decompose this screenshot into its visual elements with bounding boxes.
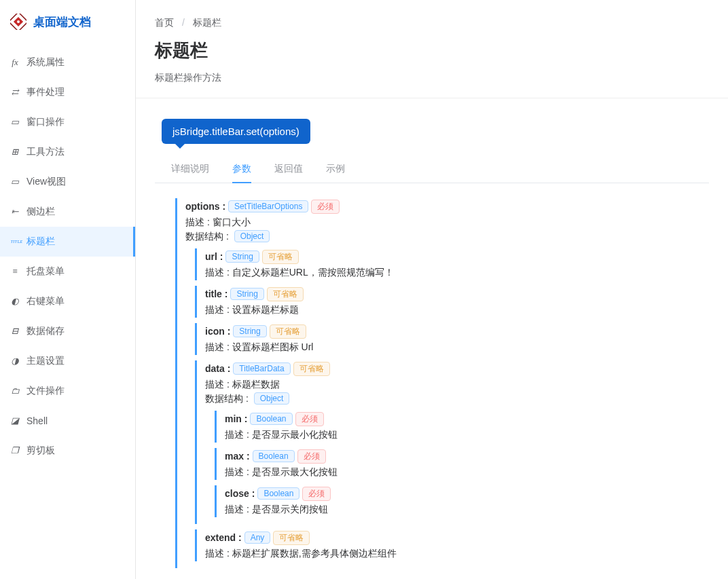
tab[interactable]: 示例 <box>326 163 345 183</box>
page-title: 标题栏 <box>155 39 709 62</box>
param-struct: 数据结构Object <box>185 230 702 243</box>
tab[interactable]: 返回值 <box>274 163 303 183</box>
logo-icon <box>10 14 26 30</box>
nav-icon: ⊟ <box>10 326 20 337</box>
param-block: maxBoolean必须描述是否显示最大化按钮 <box>215 448 702 480</box>
param-type-tag: Any <box>244 531 271 544</box>
param-type-tag: Boolean <box>253 450 295 462</box>
param-name: extend <box>205 532 242 543</box>
param-block: minBoolean必须描述是否显示最小化按钮 <box>215 411 702 443</box>
param-name: data <box>205 363 230 374</box>
api-tabs: 详细说明参数返回值示例 <box>155 156 709 183</box>
breadcrumb-sep: / <box>182 17 185 28</box>
nav-label: 事件处理 <box>26 86 65 98</box>
required-tag: 必须 <box>311 200 340 214</box>
svg-point-2 <box>17 20 20 23</box>
param-name: min <box>225 413 247 424</box>
api-signature: jsBridge.titleBar.set(options) <box>162 119 310 144</box>
param-block: dataTitleBarData可省略描述标题栏数据数据结构ObjectminB… <box>195 360 702 524</box>
optional-tag: 可省略 <box>270 324 306 339</box>
nav-icon: ◪ <box>10 415 20 426</box>
tab[interactable]: 详细说明 <box>171 163 209 183</box>
optional-tag: 可省略 <box>273 531 310 545</box>
param-children: minBoolean必须描述是否显示最小化按钮maxBoolean必须描述是否显… <box>215 411 702 517</box>
param-desc: 描述是否显示关闭按钮 <box>225 504 702 516</box>
param-type-tag: String <box>225 250 259 263</box>
sidebar-nav: fx系统属性⇄事件处理▭窗口操作⊞工具方法▭View视图⇤侧边栏ᴛɪᴛʟᴇ标题栏… <box>0 43 135 466</box>
api-section: jsBridge.titleBar.set(options) 详细说明参数返回值… <box>136 98 728 579</box>
breadcrumb-home[interactable]: 首页 <box>155 17 174 28</box>
nav-label: View视图 <box>26 176 66 188</box>
param-type-tag: TitleBarData <box>233 362 290 375</box>
param-type-tag: Boolean <box>257 487 299 500</box>
sidebar-item[interactable]: ⇤侧边栏 <box>0 197 135 227</box>
required-tag: 必须 <box>297 449 326 464</box>
nav-label: 托盘菜单 <box>26 265 65 278</box>
sidebar-item[interactable]: ◑主题设置 <box>0 346 135 376</box>
param-name: close <box>225 488 255 499</box>
param-block: extendAny可省略描述标题栏扩展数据,需参考具体侧边栏组件 <box>195 529 702 561</box>
struct-tag: Object <box>254 392 290 405</box>
nav-label: 工具方法 <box>26 146 65 158</box>
param-block: titleString可省略描述设置标题栏标题 <box>195 286 702 318</box>
param-desc: 描述是否显示最大化按钮 <box>225 466 702 479</box>
sidebar-item[interactable]: ◐右键菜单 <box>0 286 135 316</box>
sidebar-item[interactable]: ❐剪切板 <box>0 436 135 466</box>
nav-icon: ▭ <box>10 176 20 187</box>
optional-tag: 可省略 <box>267 287 304 301</box>
param-desc: 描述是否显示最小化按钮 <box>225 429 702 441</box>
sidebar-item[interactable]: ≡托盘菜单 <box>0 257 135 286</box>
sidebar-item[interactable]: ▭View视图 <box>0 167 135 197</box>
param-type-tag: SetTitleBarOptions <box>228 200 308 212</box>
breadcrumb-current: 标题栏 <box>193 17 221 28</box>
nav-icon: ≡ <box>10 266 20 277</box>
param-name: max <box>225 451 250 462</box>
sidebar-item[interactable]: ᴛɪᴛʟᴇ标题栏 <box>0 227 135 257</box>
param-name: icon <box>205 326 230 337</box>
optional-tag: 可省略 <box>293 362 330 376</box>
nav-icon: ⇄ <box>10 87 20 98</box>
param-type-tag: Boolean <box>250 413 292 425</box>
param-type-tag: String <box>230 288 263 300</box>
param-block: optionsSetTitleBarOptions必须描述窗口大小数据结构Obj… <box>175 198 702 568</box>
nav-icon: ⇤ <box>10 206 20 217</box>
required-tag: 必须 <box>295 412 324 426</box>
sidebar-item[interactable]: ▭窗口操作 <box>0 107 135 137</box>
nav-label: 系统属性 <box>26 56 65 69</box>
nav-icon: fx <box>10 57 20 68</box>
sidebar-item[interactable]: ⊟数据储存 <box>0 316 135 346</box>
sidebar-item[interactable]: fx系统属性 <box>0 48 135 77</box>
brand-area: 桌面端文档 <box>0 0 135 43</box>
param-type-tag: String <box>233 325 266 337</box>
nav-icon: ᴛɪᴛʟᴇ <box>10 239 20 244</box>
page-desc: 标题栏操作方法 <box>155 72 709 84</box>
tab[interactable]: 参数 <box>232 163 251 183</box>
param-children: urlString可省略描述自定义标题栏URL，需按照规范编写！titleStr… <box>195 248 702 561</box>
nav-label: 剪切板 <box>26 445 55 457</box>
nav-icon: ▭ <box>10 117 20 128</box>
param-name: options <box>185 201 225 212</box>
param-name: title <box>205 288 228 299</box>
nav-icon: ❐ <box>10 445 20 456</box>
nav-label: 侧边栏 <box>26 206 55 218</box>
sidebar-item[interactable]: 🗀文件操作 <box>0 376 135 406</box>
param-block: closeBoolean必须描述是否显示关闭按钮 <box>215 485 702 517</box>
nav-label: 窗口操作 <box>26 116 65 128</box>
param-struct: 数据结构Object <box>205 392 702 405</box>
required-tag: 必须 <box>302 487 331 501</box>
main-content: 首页 / 标题栏 标题栏 标题栏操作方法 jsBridge.titleBar.s… <box>136 0 728 579</box>
param-desc: 描述设置标题栏图标 Url <box>205 341 702 354</box>
param-desc: 描述标题栏扩展数据,需参考具体侧边栏组件 <box>205 548 702 560</box>
sidebar-item[interactable]: ◪Shell <box>0 406 135 436</box>
param-name: url <box>205 251 223 262</box>
param-desc: 描述自定义标题栏URL，需按照规范编写！ <box>205 267 702 279</box>
param-block: urlString可省略描述自定义标题栏URL，需按照规范编写！ <box>195 248 702 280</box>
nav-icon: ◐ <box>10 296 20 307</box>
param-desc: 描述标题栏数据 <box>205 379 702 391</box>
nav-label: 右键菜单 <box>26 295 65 307</box>
param-desc: 描述设置标题栏标题 <box>205 304 702 316</box>
sidebar-item[interactable]: ⇄事件处理 <box>0 77 135 107</box>
sidebar-item[interactable]: ⊞工具方法 <box>0 137 135 167</box>
nav-label: 文件操作 <box>26 385 65 397</box>
param-block: iconString可省略描述设置标题栏图标 Url <box>195 323 702 355</box>
